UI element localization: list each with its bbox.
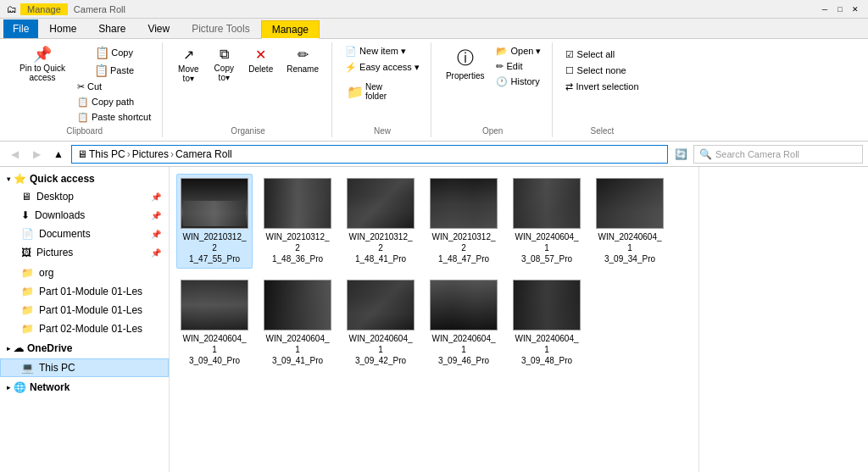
org-label: org: [39, 267, 53, 279]
org-folder-icon: 📁: [21, 267, 34, 279]
close-button[interactable]: ✕: [849, 3, 861, 15]
rename-icon: ✏: [298, 47, 309, 63]
ribbon-group-select: ☑ Select all ☐ Select none ⇄ Invert sele…: [554, 42, 649, 137]
folder-icon-1: 📁: [21, 286, 34, 297]
sidebar-item-part01-mod01-2[interactable]: 📁 Part 01-Module 01-Les: [0, 301, 169, 319]
pin-quick-access-button[interactable]: 📌 Pin to Quickaccess: [14, 44, 71, 85]
ribbon-tabs: File Home Share View Picture Tools Manag…: [0, 19, 868, 39]
sidebar-item-documents[interactable]: 📄 Documents 📌: [0, 225, 169, 243]
file-item-f2[interactable]: WIN_20210312_21_48_36_Pro: [259, 174, 336, 269]
title-bar-left: 🗂 Manage Camera Roll: [7, 3, 125, 15]
refresh-button[interactable]: 🔄: [671, 145, 690, 164]
filename-f10: WIN_20240604_13_09_46_Pro: [430, 333, 498, 366]
onedrive-header[interactable]: ▸ ☁ OneDrive: [0, 340, 169, 357]
edit-btn[interactable]: ✏ Edit: [492, 59, 545, 74]
computer-icon: 💻: [21, 362, 34, 374]
forward-button[interactable]: ▶: [27, 145, 46, 164]
preview-panel: Select a file to preview.: [698, 167, 868, 472]
new-folder-button[interactable]: 📁 Newfolder: [341, 80, 392, 103]
quick-access-header[interactable]: ▾ ⭐ Quick access: [0, 170, 169, 187]
organise-content: ↗ Moveto▾ ⧉ Copyto▾ ✕ Delete ✏ Rename: [171, 44, 325, 125]
file-item-f9[interactable]: WIN_20240604_13_09_42_Pro: [342, 275, 419, 370]
path-this-pc[interactable]: This PC: [89, 148, 125, 160]
file-item-f8[interactable]: WIN_20240604_13_09_41_Pro: [259, 275, 336, 370]
invert-selection-button[interactable]: ⇄ Invert selection: [561, 80, 643, 94]
paste-button[interactable]: 📋 Paste: [73, 62, 155, 79]
file-item-f10[interactable]: WIN_20240604_13_09_46_Pro: [426, 275, 502, 370]
path-camera-roll[interactable]: Camera Roll: [175, 148, 232, 160]
sidebar-item-part02-mod01[interactable]: 📁 Part 02-Module 01-Les: [0, 319, 169, 338]
sidebar-item-this-pc[interactable]: 💻 This PC: [0, 358, 169, 377]
thumbnail-f1: [181, 178, 248, 229]
paste-label: Paste: [110, 65, 134, 75]
copy-path-button[interactable]: 📋 Copy path: [73, 95, 155, 109]
part01-1-label: Part 01-Module 01-Les: [39, 286, 142, 297]
maximize-button[interactable]: □: [834, 3, 846, 15]
path-pictures[interactable]: Pictures: [132, 148, 169, 160]
thumbnail-f11: [513, 280, 581, 330]
history-btn[interactable]: 🕐 History: [492, 75, 545, 89]
pin-label: Pin to Quickaccess: [19, 64, 65, 82]
new-folder-label: Newfolder: [365, 82, 387, 101]
tab-share[interactable]: Share: [87, 19, 136, 38]
open-btn[interactable]: 📂 Open ▾: [492, 44, 545, 58]
file-item-f5[interactable]: WIN_20240604_13_08_57_Pro: [509, 174, 585, 269]
sidebar-item-desktop[interactable]: 🖥 Desktop 📌: [0, 187, 169, 206]
desktop-label: Desktop: [36, 191, 74, 203]
onedrive-section: ▸ ☁ OneDrive: [0, 340, 169, 357]
window-icon: 🗂: [7, 3, 17, 15]
move-to-button[interactable]: ↗ Moveto▾: [171, 44, 205, 86]
copy-to-button[interactable]: ⧉ Copyto▾: [207, 44, 241, 85]
select-none-button[interactable]: ☐ Select none: [561, 64, 630, 78]
file-item-f1[interactable]: WIN_20210312_21_47_55_Pro: [176, 174, 253, 269]
pictures-icon: 🖼: [21, 247, 31, 258]
network-section: ▸ 🌐 Network: [0, 379, 169, 396]
rename-label: Rename: [287, 64, 319, 74]
paste-icon: 📋: [94, 64, 108, 76]
easy-access-button[interactable]: ⚡ Easy access ▾: [341, 60, 424, 75]
file-item-f11[interactable]: WIN_20240604_13_09_48_Pro: [509, 275, 585, 370]
search-box[interactable]: 🔍 Search Camera Roll: [693, 145, 863, 164]
tab-home[interactable]: Home: [38, 19, 87, 38]
select-all-button[interactable]: ☑ Select all: [561, 47, 619, 62]
tab-picture-tools[interactable]: Picture Tools: [181, 19, 260, 38]
sidebar-item-part01-mod01-1[interactable]: 📁 Part 01-Module 01-Les: [0, 282, 169, 301]
copy-icon: 📋: [95, 47, 109, 58]
thumbnail-f6: [596, 178, 664, 229]
cut-button[interactable]: ✂ Cut: [73, 80, 155, 94]
filename-f3: WIN_20210312_21_48_41_Pro: [347, 231, 415, 264]
sidebar: ▾ ⭐ Quick access 🖥 Desktop 📌 ⬇ Downloads…: [0, 167, 170, 472]
file-item-f7[interactable]: WIN_20240604_13_09_40_Pro: [176, 275, 253, 370]
back-button[interactable]: ◀: [5, 145, 24, 164]
delete-button[interactable]: ✕ Delete: [242, 44, 279, 76]
rename-button[interactable]: ✏ Rename: [281, 44, 325, 76]
file-item-f6[interactable]: WIN_20240604_13_09_34_Pro: [592, 174, 668, 269]
thumbnail-f10: [430, 280, 498, 330]
clipboard-content: 📌 Pin to Quickaccess 📋 Copy 📋 Paste ✂ Cu…: [14, 44, 155, 125]
thumbnail-f9: [347, 280, 415, 330]
up-button[interactable]: ▲: [49, 145, 68, 164]
new-item-button[interactable]: 📄 New item ▾: [341, 44, 410, 58]
file-item-f4[interactable]: WIN_20210312_21_48_47_Pro: [426, 174, 502, 269]
minimize-button[interactable]: ─: [819, 3, 831, 15]
tab-file[interactable]: File: [3, 19, 38, 38]
tab-manage[interactable]: Manage: [261, 20, 320, 39]
network-header[interactable]: ▸ 🌐 Network: [0, 379, 169, 396]
file-item-f3[interactable]: WIN_20210312_21_48_41_Pro: [342, 174, 419, 269]
title-bar: 🗂 Manage Camera Roll ─ □ ✕: [0, 0, 868, 19]
search-icon: 🔍: [699, 148, 712, 160]
sidebar-item-pictures[interactable]: 🖼 Pictures 📌: [0, 243, 169, 262]
paste-shortcut-button[interactable]: 📋 Paste shortcut: [73, 110, 155, 125]
sidebar-item-org[interactable]: 📁 org: [0, 264, 169, 282]
properties-label: Properties: [446, 71, 485, 81]
filename-f7: WIN_20240604_13_09_40_Pro: [181, 333, 248, 366]
sidebar-item-downloads[interactable]: ⬇ Downloads 📌: [0, 206, 169, 225]
address-path[interactable]: 🖥 This PC › Pictures › Camera Roll: [71, 145, 668, 164]
tab-view[interactable]: View: [136, 19, 181, 38]
open-content: ⓘ Properties 📂 Open ▾ ✏ Edit 🕐 History: [440, 44, 546, 125]
copy-paste-col: 📋 Copy 📋 Paste ✂ Cut 📋 Copy path 📋 Paste…: [73, 44, 155, 125]
properties-button[interactable]: ⓘ Properties: [440, 44, 491, 83]
search-placeholder: Search Camera Roll: [715, 149, 799, 159]
copy-button[interactable]: 📋 Copy: [73, 44, 155, 61]
thumbnail-f5: [513, 178, 581, 229]
